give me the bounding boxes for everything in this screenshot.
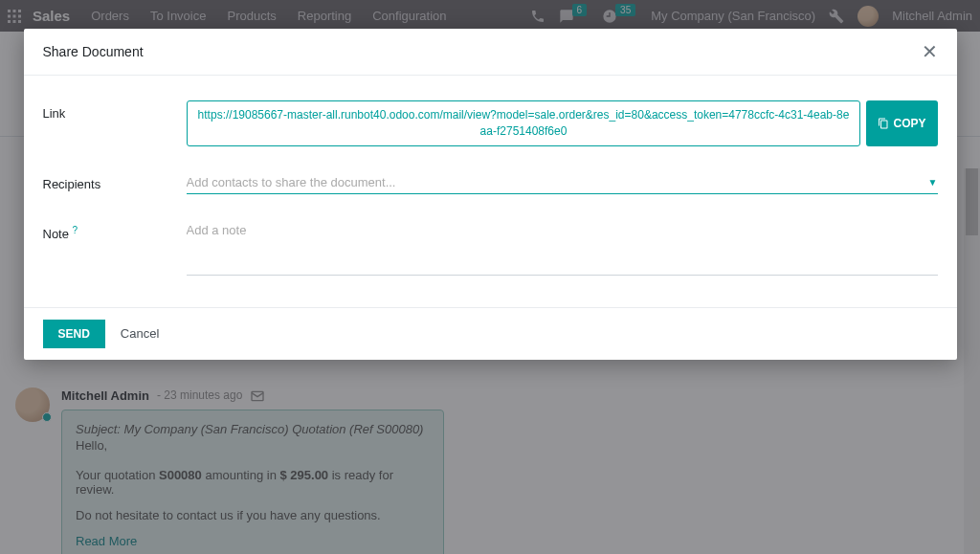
share-link-input[interactable]: https://19085667-master-all.runbot40.odo…: [187, 100, 861, 146]
recipients-input[interactable]: [187, 175, 928, 189]
cancel-button[interactable]: Cancel: [121, 326, 159, 341]
chevron-down-icon[interactable]: ▼: [928, 177, 938, 188]
send-button[interactable]: Send: [43, 320, 105, 348]
help-icon[interactable]: ?: [73, 225, 78, 235]
close-icon[interactable]: ✕: [922, 42, 938, 61]
link-label: Link: [43, 100, 187, 121]
share-document-modal: Share Document ✕ Link https://19085667-m…: [24, 29, 957, 360]
recipients-label: Recipients: [43, 171, 187, 191]
modal-title: Share Document: [43, 44, 144, 59]
modal-overlay[interactable]: Share Document ✕ Link https://19085667-m…: [0, 0, 980, 554]
copy-button[interactable]: COPY: [866, 100, 937, 146]
note-textarea[interactable]: [187, 219, 938, 276]
note-label: Note ?: [43, 219, 187, 241]
copy-icon: [878, 118, 889, 129]
copy-button-label: COPY: [893, 117, 925, 130]
